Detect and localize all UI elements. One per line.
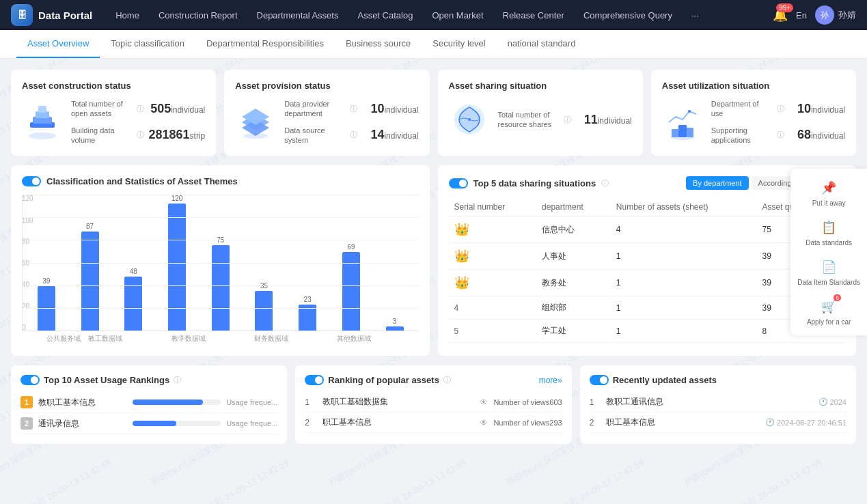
top10-bar-fill-1 xyxy=(133,400,204,405)
nav-more[interactable]: ··· xyxy=(682,0,708,30)
data-source-info[interactable]: ⓘ xyxy=(350,130,357,140)
td-assets-2: 1 xyxy=(611,270,757,296)
top10-info[interactable]: ⓘ xyxy=(174,375,181,385)
stat-item-supporting-apps: Supporting applications ⓘ 68individual xyxy=(711,126,845,145)
tab-departmental-responsibilities[interactable]: Departmental Responsibilities xyxy=(195,30,335,58)
popular-rank-2: 2 xyxy=(305,418,317,428)
stat-card-construction: Asset construction status Total number o… xyxy=(11,70,216,156)
stats-row: Asset construction status Total number o… xyxy=(11,70,856,156)
bar-6 xyxy=(299,305,316,331)
bar-value-label-6: 23 xyxy=(304,296,312,303)
bar-value-label-3: 120 xyxy=(171,195,183,202)
stat-item-data-volume: Building data volume ⓘ 281861strip xyxy=(71,126,205,145)
float-item-apply-car[interactable]: 🛒 6 Apply for a car xyxy=(795,294,863,328)
nav-right: 🔔 99+ En 孙 孙婧 xyxy=(773,5,856,25)
bar-chart-card: Classification and Statistics of Asset T… xyxy=(11,165,430,356)
float-label-put-away: Put it away xyxy=(812,199,846,207)
tab-topic-classification[interactable]: Topic classification xyxy=(100,30,195,58)
provider-dept-info[interactable]: ⓘ xyxy=(350,104,357,114)
sharing-table-info[interactable]: ⓘ xyxy=(601,178,609,188)
put-away-icon: 📌 xyxy=(819,178,838,197)
nav-departmental-assets[interactable]: Departmental Assets xyxy=(247,0,348,30)
bar-value-label-2: 48 xyxy=(130,268,137,275)
rank-badge-2: 2 xyxy=(20,417,33,430)
top10-bar-2 xyxy=(133,421,221,426)
nav-home[interactable]: Home xyxy=(106,0,149,30)
svg-rect-12 xyxy=(687,128,693,137)
supporting-apps-info[interactable]: ⓘ xyxy=(777,130,784,140)
btn-by-department[interactable]: By department xyxy=(686,176,749,190)
svg-rect-11 xyxy=(672,129,678,137)
th-department: department xyxy=(536,198,611,216)
bar-chart-title: Classification and Statistics of Asset T… xyxy=(46,176,238,186)
sharing-table-header: Top 5 data sharing situations ⓘ By depar… xyxy=(449,176,846,190)
bottom-row: Top 10 Asset Usage Rankings ⓘ 1 教职工基本信息 … xyxy=(11,365,856,444)
stat-card-utilization-title: Asset utilization situation xyxy=(662,81,845,91)
tabs-bar: Asset Overview Topic classification Depa… xyxy=(0,30,867,59)
x-label-2 xyxy=(126,334,167,344)
top10-toggle[interactable] xyxy=(20,375,40,385)
recent-time-1: 🕐 2024 xyxy=(818,397,847,406)
top10-header: Top 10 Asset Usage Rankings ⓘ xyxy=(20,375,277,385)
stat-card-sharing-body: Total number of resource shares ⓘ 11indi… xyxy=(449,99,632,140)
recent-title: Recently updated assets xyxy=(613,375,717,385)
dept-use-info[interactable]: ⓘ xyxy=(777,104,784,114)
bar-chart-toggle[interactable] xyxy=(22,176,41,186)
recent-card: Recently updated assets 1 教职工通讯信息 🕐 2024… xyxy=(580,365,856,444)
stat-card-provision: Asset provision status Data provider dep… xyxy=(224,70,429,156)
table-row-4: 5 学工处 1 8 xyxy=(449,320,846,343)
svg-point-0 xyxy=(29,132,56,139)
language-selector[interactable]: En xyxy=(796,10,807,20)
notification-badge: 99+ xyxy=(776,3,793,12)
notification-bell[interactable]: 🔔 99+ xyxy=(773,8,788,23)
data-source-value: 14individual xyxy=(370,128,418,142)
user-menu[interactable]: 孙 孙婧 xyxy=(815,5,856,25)
float-item-data-item-standards[interactable]: 📄 Data Item Standards xyxy=(795,255,863,289)
top10-bar-1 xyxy=(133,400,221,405)
tab-security-level[interactable]: Security level xyxy=(422,30,496,58)
nav-release-center[interactable]: Release Center xyxy=(493,0,574,30)
bar-value-label-8: 3 xyxy=(393,318,397,325)
bar-2 xyxy=(124,277,142,331)
apply-car-badge: 6 xyxy=(834,294,841,301)
x-label-5: 财务数据域 xyxy=(251,334,292,344)
td-rank-0: 👑 xyxy=(449,216,537,243)
tab-national-standard[interactable]: national standard xyxy=(497,30,587,58)
table-row-2: 👑 教务处 1 39 xyxy=(449,270,846,296)
th-serial: Serial number xyxy=(449,198,537,216)
data-volume-info[interactable]: ⓘ xyxy=(137,130,144,140)
popular-toggle[interactable] xyxy=(305,375,324,385)
bar-chart-header: Classification and Statistics of Asset T… xyxy=(22,176,419,186)
float-item-put-away[interactable]: 📌 Put it away xyxy=(795,176,863,210)
float-panel: 📌 Put it away 📋 Data standards 📄 Data It… xyxy=(790,169,867,335)
top10-title: Top 10 Asset Usage Rankings xyxy=(44,375,169,385)
top10-label-1: Usage freque... xyxy=(226,398,277,406)
resource-shares-info[interactable]: ⓘ xyxy=(564,115,571,125)
resource-shares-label: Total number of resource shares xyxy=(498,110,560,130)
nav-comprehensive-query[interactable]: Comprehensive Query xyxy=(574,0,682,30)
recent-toggle[interactable] xyxy=(590,375,609,385)
stat-card-provision-body: Data provider department ⓘ 10individual … xyxy=(235,99,418,145)
popular-views-1: Number of views603 xyxy=(493,398,562,406)
open-assets-info[interactable]: ⓘ xyxy=(137,104,144,114)
open-assets-label: Total number of open assets xyxy=(71,99,133,119)
logo-icon: 🗄 xyxy=(11,4,33,26)
popular-more[interactable]: more» xyxy=(539,376,562,385)
popular-info[interactable]: ⓘ xyxy=(443,375,451,385)
tab-business-source[interactable]: Business source xyxy=(335,30,422,58)
charts-row: Classification and Statistics of Asset T… xyxy=(11,165,856,356)
bar-value-label-0: 39 xyxy=(42,277,50,285)
nav-construction-report[interactable]: Construction Report xyxy=(149,0,247,30)
data-source-label: Data source system xyxy=(284,126,346,145)
dept-use-label: Department of use xyxy=(711,99,773,119)
logo[interactable]: 🗄 Data Portal xyxy=(11,4,92,26)
x-label-7: 其他数据域 xyxy=(334,334,374,344)
float-item-data-standards[interactable]: 📋 Data standards xyxy=(795,215,863,249)
nav-open-market[interactable]: Open Market xyxy=(422,0,493,30)
nav-asset-catalog[interactable]: Asset Catalog xyxy=(348,0,422,30)
popular-item-2: 2 职工基本信息 👁 Number of views293 xyxy=(305,412,562,433)
sharing-table-toggle[interactable] xyxy=(449,178,468,188)
table-row-1: 👑 人事处 1 39 xyxy=(449,243,846,270)
tab-asset-overview[interactable]: Asset Overview xyxy=(16,30,100,58)
popular-rank-1: 1 xyxy=(305,397,317,407)
